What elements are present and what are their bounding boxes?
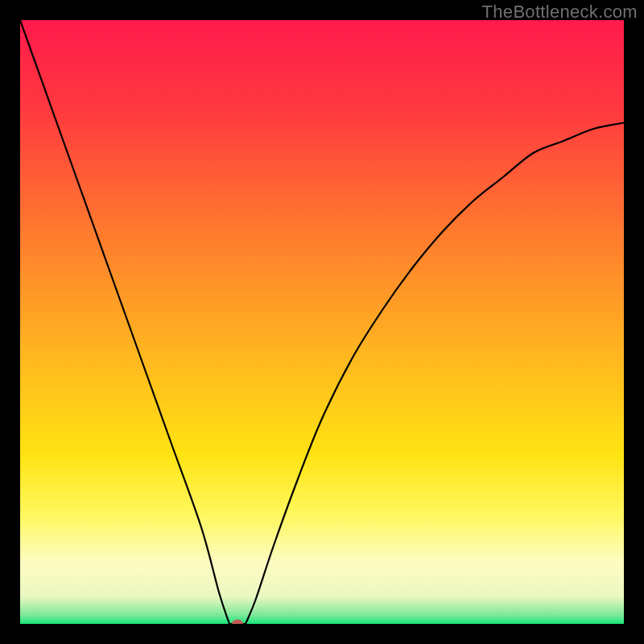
chart-frame: TheBottleneck.com — [0, 0, 644, 644]
chart-svg — [20, 20, 624, 624]
plot-area — [20, 20, 624, 624]
gradient-background — [20, 20, 624, 624]
